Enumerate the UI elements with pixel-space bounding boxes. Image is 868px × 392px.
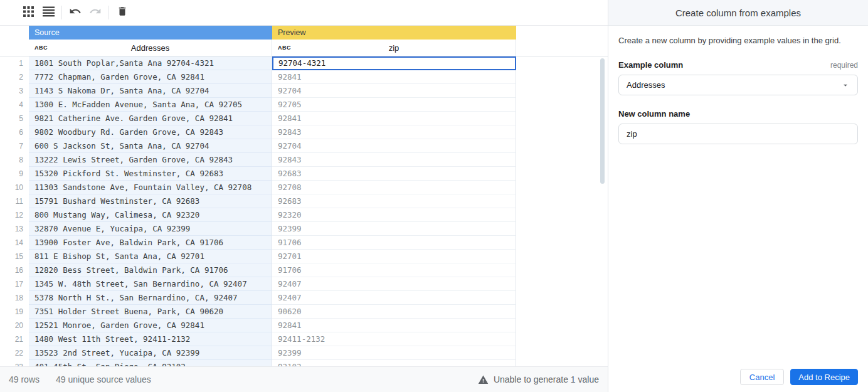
row-number: 7	[0, 139, 29, 153]
example-column-select[interactable]: Addresses	[618, 75, 858, 95]
row-number: 8	[0, 153, 29, 167]
chevron-down-icon	[841, 81, 850, 90]
zip-preview-cell[interactable]: 92102	[272, 360, 516, 366]
source-column-header[interactable]: ABC Addresses	[29, 40, 272, 56]
address-cell[interactable]: 811 E Bishop St, Santa Ana, CA 92701	[29, 250, 272, 263]
panel-body: Create a new column by providing example…	[608, 26, 868, 154]
zip-preview-cell[interactable]: 92708	[272, 181, 516, 194]
list-view-button[interactable]	[40, 4, 56, 21]
table-row: 813222 Lewis Street, Garden Grove, CA 92…	[0, 153, 608, 167]
zip-example-cell[interactable]: 92704-4321	[272, 56, 516, 70]
address-cell[interactable]: 12521 Monroe, Garden Grove, CA 92841	[29, 319, 272, 332]
table-row: 211480 West 11th Street, 92411-213292411…	[0, 332, 608, 346]
address-cell[interactable]: 5378 North H St., San Bernardino, CA, 92…	[29, 291, 272, 305]
zip-preview-cell[interactable]: 91706	[272, 263, 516, 277]
address-cell[interactable]: 13523 2nd Street, Yucaipa, CA 92399	[29, 346, 272, 360]
undo-button[interactable]	[67, 4, 83, 21]
cancel-button[interactable]: Cancel	[740, 369, 784, 385]
zip-preview-cell[interactable]: 92399	[272, 346, 516, 360]
address-cell[interactable]: 7772 Chapman, Garden Grove, CA 92841	[29, 70, 272, 84]
address-cell[interactable]: 1345 W. 48th Street, San Bernardino, CA …	[29, 277, 272, 291]
zip-preview-cell[interactable]: 91706	[272, 236, 516, 250]
table-row: 27772 Chapman, Garden Grove, CA 92841928…	[0, 70, 608, 84]
column-header-row: ABC Addresses ABC zip	[0, 40, 608, 56]
redo-button[interactable]	[87, 4, 103, 21]
vertical-scrollbar[interactable]	[600, 58, 605, 184]
address-cell[interactable]: 15791 Bushard Westminster, CA 92683	[29, 194, 272, 208]
table-row: 1332870 Avenue E, Yucaipa, CA 9239992399	[0, 222, 608, 236]
zip-preview-cell[interactable]: 92841	[272, 319, 516, 332]
zip-preview-cell[interactable]: 92407	[272, 277, 516, 291]
preview-column-name: zip	[389, 43, 400, 53]
table-row: 915320 Pickford St. Westminster, CA 9268…	[0, 167, 608, 181]
address-cell[interactable]: 12820 Bess Street, Baldwin Park, CA 9170…	[29, 263, 272, 277]
row-number: 17	[0, 277, 29, 291]
band-row: Source Preview	[0, 26, 608, 40]
row-number: 2	[0, 70, 29, 84]
table-row: 59821 Catherine Ave. Garden Grove, CA 92…	[0, 112, 608, 125]
string-type-icon: ABC	[34, 45, 48, 51]
example-column-label: Example column	[618, 60, 683, 70]
zip-preview-cell[interactable]: 92704	[272, 84, 516, 98]
address-cell[interactable]: 9802 Woodbury Rd. Garden Grove, CA 92843	[29, 125, 272, 139]
row-number: 10	[0, 181, 29, 194]
unique-values-count: 49 unique source values	[56, 374, 151, 384]
table-row: 7600 S Jackson St, Santa Ana, CA 9270492…	[0, 139, 608, 153]
zip-preview-cell[interactable]: 92701	[272, 250, 516, 263]
table-row: 12800 Mustang Way, Calimesa, CA 92320923…	[0, 208, 608, 222]
address-cell[interactable]: 13900 Foster Ave, Baldwin Park, CA 91706	[29, 236, 272, 250]
row-number: 3	[0, 84, 29, 98]
source-column-name: Addresses	[131, 43, 169, 53]
address-cell[interactable]: 11303 Sandstone Ave, Fountain Valley, CA…	[29, 181, 272, 194]
row-number: 11	[0, 194, 29, 208]
address-cell[interactable]: 1801 South Poplar,Santa Ana 92704-4321	[29, 56, 272, 70]
source-band: Source	[29, 26, 272, 40]
address-cell[interactable]: 401 45th St. San Diego, CA 92102	[29, 360, 272, 366]
zip-preview-cell[interactable]: 92705	[272, 98, 516, 112]
grid-section: Source Preview ABC Addresses ABC zip 118…	[0, 0, 608, 392]
zip-preview-cell[interactable]: 92411-2132	[272, 332, 516, 346]
zip-preview-cell[interactable]: 92704	[272, 139, 516, 153]
address-cell[interactable]: 32870 Avenue E, Yucaipa, CA 92399	[29, 222, 272, 236]
address-cell[interactable]: 7351 Holder Street Buena, Park, CA 90620	[29, 305, 272, 319]
zip-preview-cell[interactable]: 92841	[272, 112, 516, 125]
zip-preview-cell[interactable]: 92841	[272, 70, 516, 84]
warning-icon	[478, 374, 489, 385]
zip-preview-cell[interactable]: 92320	[272, 208, 516, 222]
address-cell[interactable]: 15320 Pickford St. Westminster, CA 92683	[29, 167, 272, 181]
address-cell[interactable]: 13222 Lewis Street, Garden Grove, CA 928…	[29, 153, 272, 167]
zip-preview-cell[interactable]: 92843	[272, 125, 516, 139]
table-row: 15811 E Bishop St, Santa Ana, CA 9270192…	[0, 250, 608, 263]
row-number: 12	[0, 208, 29, 222]
address-cell[interactable]: 9821 Catherine Ave. Garden Grove, CA 928…	[29, 112, 272, 125]
row-number: 1	[0, 56, 29, 70]
zip-preview-cell[interactable]: 92683	[272, 167, 516, 181]
row-number: 15	[0, 250, 29, 263]
address-cell[interactable]: 1143 S Nakoma Dr, Santa Ana, CA 92704	[29, 84, 272, 98]
grid-rows: 11801 South Poplar,Santa Ana 92704-43219…	[0, 56, 608, 366]
new-column-name-input[interactable]	[618, 124, 858, 144]
address-cell[interactable]: 600 S Jackson St, Santa Ana, CA 92704	[29, 139, 272, 153]
preview-grid: Source Preview ABC Addresses ABC zip 118…	[0, 26, 608, 366]
zip-preview-cell[interactable]: 90620	[272, 305, 516, 319]
address-cell[interactable]: 800 Mustang Way, Calimesa, CA 92320	[29, 208, 272, 222]
table-row: 185378 North H St., San Bernardino, CA, …	[0, 291, 608, 305]
delete-icon	[117, 6, 128, 19]
address-cell[interactable]: 1480 West 11th Street, 92411-2132	[29, 332, 272, 346]
table-row: 31143 S Nakoma Dr, Santa Ana, CA 9270492…	[0, 84, 608, 98]
grid-view-button[interactable]	[20, 4, 36, 21]
add-to-recipe-button[interactable]: Add to Recipe	[790, 369, 858, 385]
row-number: 14	[0, 236, 29, 250]
status-bar: 49 rows 49 unique source values Unable t…	[0, 366, 608, 392]
zip-preview-cell[interactable]: 92843	[272, 153, 516, 167]
preview-column-header[interactable]: ABC zip	[272, 40, 516, 56]
zip-preview-cell[interactable]: 92407	[272, 291, 516, 305]
zip-preview-cell[interactable]: 92683	[272, 194, 516, 208]
address-cell[interactable]: 1300 E. McFadden Avenue, Santa Ana, CA 9…	[29, 98, 272, 112]
delete-button[interactable]	[114, 4, 130, 21]
zip-preview-cell[interactable]: 92399	[272, 222, 516, 236]
example-column-selected-value: Addresses	[627, 80, 665, 90]
row-number: 9	[0, 167, 29, 181]
row-count: 49 rows	[9, 374, 40, 384]
grid-toolbar	[0, 0, 608, 26]
